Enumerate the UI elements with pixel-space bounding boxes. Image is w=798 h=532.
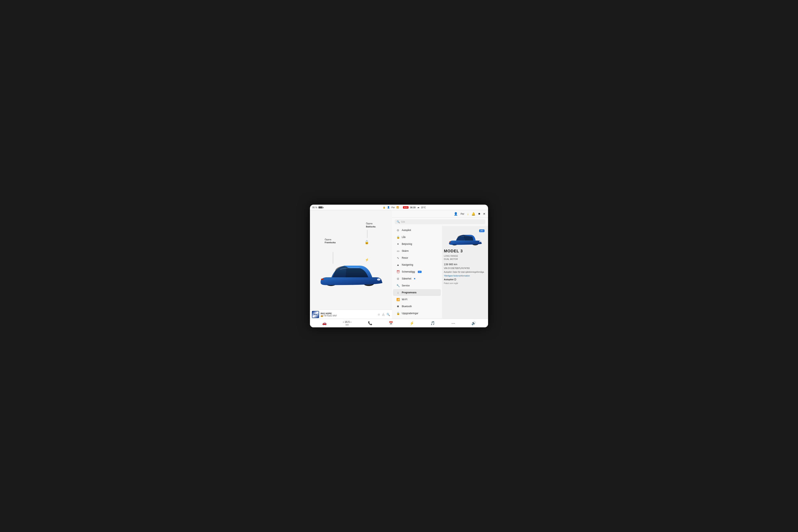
- time: 16:15: [410, 206, 416, 209]
- car-km: 139 985 km: [444, 263, 486, 266]
- schedule-icon: ⏰: [396, 270, 400, 273]
- star-icon[interactable]: ☆: [378, 313, 380, 316]
- menu-item-bluetooth[interactable]: ✱ Bluetooth: [393, 303, 441, 310]
- software-icon: ↓: [396, 291, 400, 294]
- weather-icon: ☁: [417, 206, 419, 209]
- search-placeholder: Sök: [401, 221, 405, 223]
- battery-icon: [319, 206, 323, 208]
- screen-body: Öppna Framlucka Öppna Baklucka 🔓 ⚡: [310, 210, 488, 327]
- safety-icon: ⊙: [396, 277, 400, 280]
- search-music-icon[interactable]: 🔍: [386, 313, 390, 316]
- menu-item-service[interactable]: 🔧 Service: [393, 282, 441, 289]
- trip-icon: ∿: [396, 256, 400, 260]
- temp-sub: ⊞⊞: [346, 324, 349, 326]
- menu-item-wifi[interactable]: 📶 Wi-Fi: [393, 296, 441, 303]
- music-title: RH1 HOPE: [321, 312, 378, 315]
- volume-icon: 🔊: [472, 321, 476, 325]
- left-panel: Öppna Framlucka Öppna Baklucka 🔓 ⚡: [310, 210, 392, 327]
- battery-percent: 95 %: [312, 206, 317, 209]
- sos-badge: SOS: [403, 206, 408, 209]
- car-image: [314, 243, 388, 298]
- bluetooth-taskbar-icon: ⚡: [410, 321, 414, 325]
- header-download-icon: ↓: [467, 212, 469, 216]
- safety-dot: [414, 278, 415, 279]
- svg-point-6: [377, 278, 381, 281]
- taskbar-temp[interactable]: ‹ 16.5 › ⊞⊞: [343, 320, 351, 326]
- info-panel: JFC: [442, 226, 488, 327]
- menu-item-schemalag[interactable]: ⏰ Schemalägg NY: [393, 268, 441, 275]
- taskbar-volume[interactable]: 🔊: [472, 321, 476, 325]
- car-vin: VIN 5YJ3E7EB7LF674783: [444, 267, 486, 269]
- status-bar: 95 % 🔒 👤 Per 📶 ↓ SOS 16:15 ☁ 15°C: [310, 205, 488, 210]
- equalizer-icon[interactable]: ⧊: [382, 313, 384, 316]
- taskbar-bluetooth[interactable]: ⚡: [410, 321, 414, 325]
- header-username: Per: [460, 212, 464, 215]
- status-center: 🔒 👤 Per 📶 ↓ SOS 16:15 ☁ 15°C: [383, 206, 426, 209]
- header-bluetooth-icon[interactable]: ✱: [478, 212, 480, 215]
- temperature-control: ‹ 16.5 ›: [343, 320, 351, 323]
- calendar-icon: 📅: [389, 321, 393, 325]
- menu-item-programvara[interactable]: ↓ Programvara: [393, 289, 441, 296]
- taskbar: 🚗 ‹ 16.5 › ⊞⊞ 📞 📅 ⚡ 🎵 ⋯ 🔊: [310, 319, 488, 327]
- menu-item-sakerhet[interactable]: ⊙ Säkerhet: [393, 275, 441, 282]
- taskbar-calendar[interactable]: 📅: [389, 321, 393, 325]
- autopilot-sub: Paket som ingår: [444, 282, 486, 284]
- taskbar-spotify[interactable]: 🎵: [431, 321, 435, 325]
- svg-point-13: [479, 241, 481, 242]
- menu-item-uppgraderingar[interactable]: 🔒 Uppgraderingar: [393, 310, 441, 317]
- menu-item-las[interactable]: 🔒 Lås: [393, 234, 441, 241]
- header-bell-icon[interactable]: 🔔: [472, 212, 475, 216]
- status-left: 95 %: [312, 206, 323, 209]
- header-user-icon: 👤: [454, 212, 458, 216]
- header-close-icon[interactable]: ✕: [483, 212, 485, 215]
- jfc-badge: JFC: [479, 229, 484, 232]
- download-icon: ↓: [400, 206, 402, 209]
- car-icon: 🚗: [322, 321, 327, 325]
- upgrade-icon: 🔒: [396, 312, 400, 315]
- model-title: MODEL 3: [444, 249, 486, 253]
- lock-icon: 🔒: [383, 206, 385, 209]
- music-station: 📻 FM Radio MNF: [321, 315, 378, 317]
- car-thumbnail: JFC: [444, 228, 486, 248]
- taskbar-car[interactable]: 🚗: [322, 321, 327, 325]
- label-baklucka: Öppna Baklucka: [366, 222, 376, 228]
- right-header: 👤 Per ↓ 🔔 ✱ ✕: [392, 210, 488, 218]
- username: Per: [392, 206, 395, 209]
- service-icon: 🔧: [396, 284, 400, 287]
- car-view-area: Öppna Framlucka Öppna Baklucka 🔓 ⚡: [310, 210, 392, 309]
- right-content: ⊙ Autopilot 🔒 Lås ✦ Belysning ▭ Skärm: [392, 226, 488, 327]
- phone-icon: 📞: [368, 321, 372, 325]
- model-range: LONG RANGE DUAL MOTOR: [444, 254, 486, 261]
- screen-icon: ▭: [396, 249, 400, 252]
- menu-item-autopilot[interactable]: ⊙ Autopilot: [393, 227, 441, 233]
- temperature: 15°C: [421, 206, 426, 209]
- menu-item-resor[interactable]: ∿ Resor: [393, 254, 441, 261]
- baklucka-line: [367, 230, 367, 238]
- autopilot-desc: Autopilot: Dator för total självkörnings…: [444, 270, 486, 273]
- svg-rect-12: [449, 242, 451, 243]
- search-bar: 🔍 Sök: [392, 218, 488, 226]
- svg-rect-7: [321, 279, 324, 280]
- taskbar-phone[interactable]: 📞: [368, 321, 372, 325]
- ny-badge: NY: [418, 271, 421, 273]
- spotify-icon: 🎵: [431, 321, 435, 325]
- taskbar-more[interactable]: ⋯: [452, 321, 455, 325]
- menu-item-skarm[interactable]: ▭ Skärm: [393, 248, 441, 254]
- music-info: RH1 HOPE 📻 FM Radio MNF: [321, 312, 378, 317]
- nav-icon: ▲: [396, 263, 400, 266]
- search-icon: 🔍: [397, 220, 400, 223]
- autopilot-icon: ⊙: [396, 229, 400, 232]
- more-icon: ⋯: [452, 321, 455, 325]
- user-icon: 👤: [387, 206, 390, 209]
- right-panel: 👤 Per ↓ 🔔 ✱ ✕ 🔍 Sök ⊙: [392, 210, 488, 327]
- menu-item-belysning[interactable]: ✦ Belysning: [393, 241, 441, 247]
- bluetooth-icon: ✱: [396, 305, 400, 308]
- music-icons: ☆ ⧊ 🔍: [378, 313, 390, 316]
- settings-menu: ⊙ Autopilot 🔒 Lås ✦ Belysning ▭ Skärm: [392, 226, 442, 327]
- menu-item-navigering[interactable]: ▲ Navigering: [393, 262, 441, 268]
- autopilot-label: Autopilot ⓘ: [444, 278, 486, 281]
- light-icon: ✦: [396, 243, 400, 246]
- signal-icon: 📶: [396, 206, 399, 208]
- search-input-wrap[interactable]: 🔍 Sök: [395, 219, 485, 224]
- more-info-link[interactable]: Ytterligare fordonsinformation: [444, 275, 486, 277]
